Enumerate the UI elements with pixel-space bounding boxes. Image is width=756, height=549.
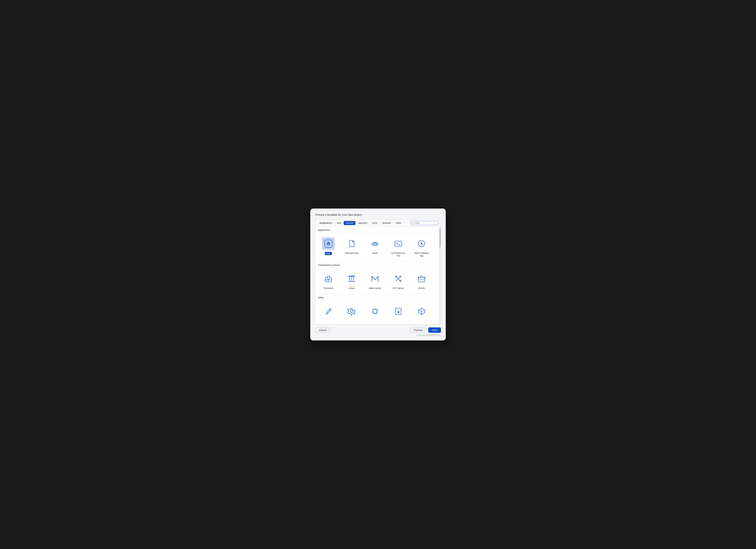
item-xpc-service[interactable]: XPC Service bbox=[387, 270, 410, 292]
library-icon bbox=[347, 274, 356, 283]
section-header-framework-library: Framework & Library bbox=[315, 262, 439, 268]
svg-point-8 bbox=[375, 245, 375, 246]
framework-icon bbox=[324, 274, 333, 283]
tab-tvos[interactable]: tvOS bbox=[370, 221, 379, 225]
item-metal-library[interactable]: Metal Library bbox=[363, 270, 387, 292]
next-button[interactable]: Next bbox=[428, 327, 441, 333]
tab-watchos[interactable]: watchOS bbox=[356, 221, 369, 225]
paint-brush-icon bbox=[324, 307, 333, 316]
command-line-icon-wrap bbox=[392, 237, 405, 250]
svg-rect-33 bbox=[418, 277, 419, 278]
app-label: App bbox=[325, 252, 332, 255]
download-icon bbox=[394, 307, 403, 316]
xpc-service-label: XPC Service bbox=[392, 287, 404, 289]
svg-marker-17 bbox=[421, 244, 422, 246]
settings-icon-wrap bbox=[345, 305, 358, 317]
xpc-service-icon-wrap bbox=[392, 273, 405, 285]
tab-multiplatform[interactable]: Multiplatform bbox=[317, 221, 334, 225]
svg-rect-38 bbox=[373, 309, 377, 313]
framework-library-items-grid: Framework bbox=[315, 268, 439, 294]
svg-rect-34 bbox=[424, 277, 425, 278]
command-line-icon bbox=[394, 239, 403, 248]
svg-line-54 bbox=[422, 310, 425, 311]
tab-macos[interactable]: macOS bbox=[344, 221, 355, 225]
safari-extension-app-label: Safari Extension App bbox=[414, 252, 429, 257]
settings-icon bbox=[347, 307, 356, 316]
item-game[interactable]: Game bbox=[363, 235, 387, 260]
metal-library-label: Metal Library bbox=[369, 287, 381, 289]
cancel-button[interactable]: Cancel bbox=[315, 327, 330, 333]
filter-input-wrap: ⊜ bbox=[410, 221, 439, 225]
svg-line-36 bbox=[329, 309, 330, 311]
framework-icon-wrap bbox=[322, 273, 335, 285]
item-command-line-tool[interactable]: Command Line Tool bbox=[387, 235, 410, 260]
item-library[interactable]: Library bbox=[340, 270, 363, 292]
svg-point-6 bbox=[373, 242, 377, 245]
scrollbar-track[interactable] bbox=[439, 227, 441, 324]
section-header-application: Application bbox=[315, 227, 439, 233]
metal-library-icon bbox=[371, 274, 379, 283]
item-other-2[interactable] bbox=[340, 303, 363, 322]
scrollbar-area: Application A Ap bbox=[315, 227, 441, 324]
command-line-tool-label: Command Line Tool bbox=[391, 252, 405, 257]
framework-label: Framework bbox=[323, 287, 333, 289]
cube-icon bbox=[417, 307, 426, 316]
svg-rect-10 bbox=[395, 241, 402, 246]
svg-marker-16 bbox=[421, 241, 422, 243]
scrollbar-thumb bbox=[439, 229, 441, 247]
content-scroll: Application A Ap bbox=[315, 227, 439, 324]
xpc-service-icon bbox=[394, 274, 403, 283]
dialog-footer: Cancel Previous Next bbox=[315, 327, 441, 333]
app-icon-wrap: A bbox=[322, 237, 335, 250]
item-app[interactable]: A App bbox=[317, 235, 340, 260]
game-icon bbox=[371, 239, 379, 248]
document-app-icon bbox=[347, 239, 356, 248]
document-app-icon-wrap bbox=[345, 237, 358, 250]
filter-icon: ⊜ bbox=[412, 222, 414, 224]
svg-point-7 bbox=[373, 245, 374, 246]
item-other-4[interactable] bbox=[387, 303, 410, 322]
cube-icon-wrap bbox=[415, 305, 428, 317]
svg-line-55 bbox=[418, 310, 422, 311]
item-framework[interactable]: Framework bbox=[317, 270, 340, 292]
download-icon-wrap bbox=[392, 305, 405, 317]
tab-ios[interactable]: iOS bbox=[335, 221, 343, 225]
bundle-icon bbox=[417, 274, 426, 283]
other-items-grid bbox=[315, 300, 439, 324]
library-label: Library bbox=[349, 287, 355, 289]
dialog-title: Choose a template for your new project: bbox=[315, 213, 441, 217]
section-header-other: Other bbox=[315, 294, 439, 300]
item-safari-extension-app[interactable]: Safari Extension App bbox=[410, 235, 433, 260]
application-items-grid: A App bbox=[315, 233, 439, 262]
bundle-icon-wrap bbox=[415, 273, 428, 285]
chip-icon-wrap bbox=[369, 305, 381, 317]
watermark: CSDN @狐客网络科技工作室 bbox=[315, 334, 441, 337]
safari-extension-icon bbox=[417, 239, 426, 248]
previous-button[interactable]: Previous bbox=[410, 327, 427, 333]
main-area: Multiplatform iOS macOS watchOS tvOS Dri… bbox=[315, 219, 441, 325]
game-label: Game bbox=[372, 252, 378, 255]
paint-brush-icon-wrap bbox=[322, 305, 335, 317]
btn-group: Previous Next bbox=[410, 327, 441, 333]
item-other-1[interactable] bbox=[317, 303, 340, 322]
library-icon-wrap bbox=[345, 273, 358, 285]
tab-other[interactable]: Other bbox=[394, 221, 404, 225]
item-other-5[interactable] bbox=[410, 303, 433, 322]
dialog: Choose a template for your new project: … bbox=[310, 209, 446, 340]
tab-driverkit[interactable]: DriverKit bbox=[380, 221, 393, 225]
svg-point-9 bbox=[376, 245, 377, 246]
safari-extension-icon-wrap bbox=[415, 237, 428, 250]
chip-icon bbox=[371, 307, 379, 316]
svg-point-37 bbox=[350, 310, 353, 312]
bundle-label: Bundle bbox=[418, 287, 425, 289]
filter-input[interactable] bbox=[415, 222, 437, 224]
game-icon-wrap bbox=[369, 237, 381, 250]
item-bundle[interactable]: Bundle bbox=[410, 270, 433, 292]
tabs-row: Multiplatform iOS macOS watchOS tvOS Dri… bbox=[315, 220, 441, 227]
app-icon: A bbox=[324, 239, 333, 248]
item-other-3[interactable] bbox=[363, 303, 387, 322]
document-app-label: Document App bbox=[345, 252, 358, 255]
metal-library-icon-wrap bbox=[369, 273, 381, 285]
item-document-app[interactable]: Document App bbox=[340, 235, 363, 260]
